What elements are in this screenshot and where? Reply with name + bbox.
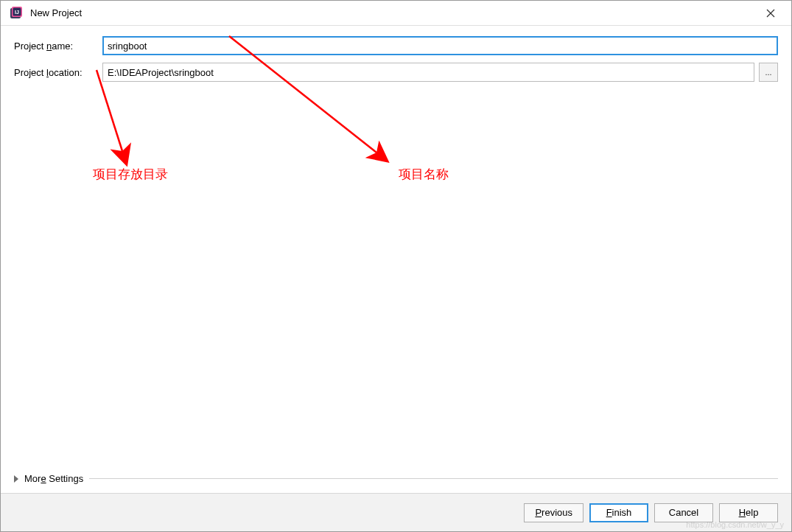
svg-line-6	[97, 70, 122, 151]
svg-text:IJ: IJ	[15, 10, 19, 15]
app-icon: IJ	[10, 7, 23, 20]
project-name-label: Project name:	[14, 41, 102, 52]
project-name-input[interactable]	[102, 36, 778, 55]
project-location-row: Project location: ...	[14, 63, 778, 82]
dialog-content: Project name: Project location: ... 项目存放…	[1, 26, 791, 493]
more-settings-label: More Settings	[24, 473, 83, 484]
project-name-row: Project name:	[14, 36, 778, 55]
dialog-footer: Previous Finish Cancel Help	[1, 493, 791, 531]
more-settings-toggle[interactable]: More Settings	[14, 473, 778, 484]
finish-button[interactable]: Finish	[589, 503, 648, 522]
help-button[interactable]: Help	[719, 503, 778, 522]
project-location-input[interactable]	[102, 63, 754, 82]
title-bar: IJ New Project	[1, 1, 791, 26]
close-icon	[766, 9, 775, 18]
close-button[interactable]	[756, 2, 785, 24]
annotation-location-text: 项目存放目录	[93, 166, 168, 183]
annotation-name-text: 项目名称	[399, 166, 449, 183]
browse-location-button[interactable]: ...	[759, 63, 778, 82]
annotation-arrow-location	[60, 70, 148, 166]
previous-button[interactable]: Previous	[524, 503, 584, 522]
cancel-button[interactable]: Cancel	[654, 503, 713, 522]
separator-line	[89, 478, 778, 479]
window-title: New Project	[30, 7, 756, 18]
expand-icon	[14, 475, 18, 483]
project-location-label: Project location:	[14, 67, 102, 78]
